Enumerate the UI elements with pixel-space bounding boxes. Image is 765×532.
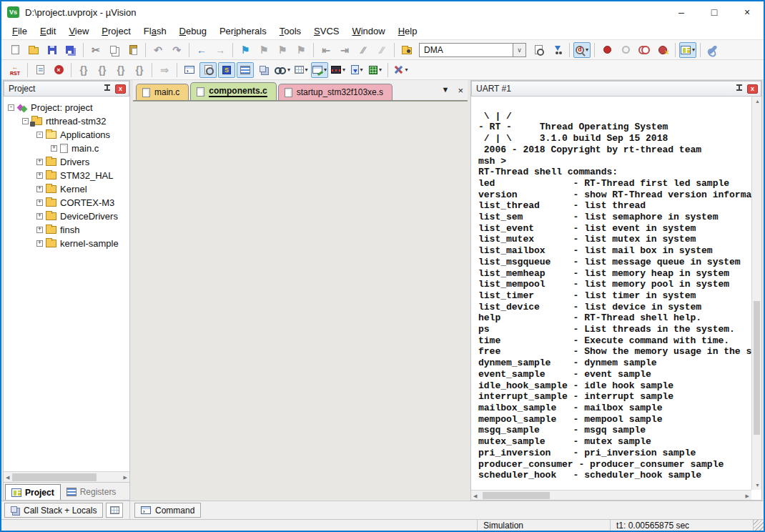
new-file-button[interactable]	[6, 42, 24, 58]
find-in-files-button[interactable]	[398, 42, 415, 58]
tree-item-finsh[interactable]: +finsh	[4, 223, 129, 237]
editor-tab-startup-stm32f103xe-s[interactable]: startup_stm32f103xe.s	[278, 84, 393, 100]
tab-close-icon[interactable]: ×	[458, 85, 463, 96]
expander-icon[interactable]: +	[36, 227, 43, 233]
navigate-forward-button[interactable]: →	[212, 42, 229, 58]
project-hscrollbar[interactable]: ◀ ▶	[4, 471, 129, 482]
scroll-right-icon[interactable]: ▶	[124, 475, 127, 480]
code-editor[interactable]: 146void rt_hw_board_init(void);147int rt…	[133, 100, 468, 102]
memory-window-button[interactable]: ▾	[292, 62, 310, 78]
search-combobox[interactable]: DMA∨	[419, 43, 526, 57]
tree-item-main-c[interactable]: +main.c	[4, 142, 129, 155]
step-over-button[interactable]: {}	[94, 62, 111, 78]
previous-bookmark-button[interactable]: ⚑	[255, 42, 272, 58]
tree-item-cortex-m3[interactable]: +CORTEX-M3	[4, 196, 129, 210]
tree-item-applications[interactable]: -Applications	[4, 128, 129, 142]
tree-item-kernel-sample[interactable]: +kernel-sample	[4, 237, 129, 250]
tab-registers[interactable]: Registers	[61, 484, 122, 500]
show-next-statement-button[interactable]: ⇒	[156, 62, 173, 78]
expander-icon[interactable]: -	[8, 104, 14, 111]
editor-tab-components-c[interactable]: components.c	[190, 82, 276, 100]
expander-icon[interactable]: +	[36, 172, 43, 179]
scroll-thumb[interactable]	[754, 301, 760, 435]
scroll-right-icon[interactable]: ▶	[746, 493, 749, 498]
step-out-button[interactable]: {}	[112, 62, 129, 78]
expander-icon[interactable]: -	[22, 118, 29, 124]
menu-flash[interactable]: Flash	[137, 24, 173, 38]
scroll-thumb[interactable]	[483, 492, 550, 499]
indent-button[interactable]: ⇥	[336, 42, 353, 58]
kill-all-breakpoints-button[interactable]: ×	[654, 42, 671, 58]
watch-window-button[interactable]: ▾	[274, 62, 291, 78]
uncomment-button[interactable]: ∕∕	[373, 42, 390, 58]
expander-icon[interactable]: -	[36, 132, 43, 138]
serial-window-button[interactable]: ▾	[311, 62, 328, 78]
menu-help[interactable]: Help	[392, 24, 424, 38]
start-stop-debug-button[interactable]: d▾	[573, 42, 591, 58]
call-stack-window-button[interactable]	[255, 62, 272, 78]
disable-all-breakpoints-button[interactable]	[636, 42, 653, 58]
expander-icon[interactable]: +	[36, 200, 43, 206]
scroll-thumb[interactable]	[12, 473, 97, 481]
pin-icon[interactable]	[736, 84, 743, 93]
uart-panel-close-icon[interactable]: x	[747, 84, 758, 94]
redo-button[interactable]: ↷	[168, 42, 185, 58]
scroll-down-icon[interactable]: ▼	[755, 483, 760, 488]
save-all-button[interactable]	[62, 42, 79, 58]
configure-target-button[interactable]	[704, 42, 721, 58]
insert-bookmark-button[interactable]: ⚑	[237, 42, 254, 58]
command-window-button[interactable]: ›	[181, 62, 198, 78]
cut-button[interactable]: ✂	[87, 42, 104, 58]
resize-grip[interactable]	[754, 520, 764, 531]
disassembly-window-button[interactable]	[199, 62, 217, 78]
menu-debug[interactable]: Debug	[173, 24, 213, 38]
analysis-window-button[interactable]: ▾	[330, 62, 347, 78]
toolbox-button[interactable]: ▾	[392, 62, 409, 78]
stop-button[interactable]: ×	[50, 62, 67, 78]
close-button[interactable]: ×	[731, 1, 764, 23]
editor-tab-main-c[interactable]: main.c	[136, 84, 189, 100]
expander-icon[interactable]: +	[36, 159, 43, 165]
incremental-find-button[interactable]	[548, 42, 566, 58]
expander-icon[interactable]: +	[51, 145, 57, 152]
scroll-up-icon[interactable]: ▲	[755, 99, 760, 104]
save-button[interactable]	[44, 42, 61, 58]
tree-item-stm32-hal[interactable]: +STM32_HAL	[4, 169, 129, 182]
reset-button[interactable]: ←RST	[6, 62, 24, 78]
tree-item-drivers[interactable]: +Drivers	[4, 155, 129, 169]
copy-button[interactable]	[106, 42, 123, 58]
minimize-button[interactable]: –	[665, 1, 698, 23]
tab-project[interactable]: Project	[5, 484, 61, 500]
uart-hscrollbar[interactable]: ◀ ▶	[471, 490, 751, 500]
uart-output[interactable]: \ | / - RT - Thread Operating System / |…	[471, 97, 751, 490]
show-windows-button[interactable]: ▾	[679, 42, 696, 58]
expander-icon[interactable]: +	[36, 186, 43, 192]
undo-button[interactable]: ↶	[149, 42, 167, 58]
run-to-cursor-button[interactable]: {}	[131, 62, 148, 78]
run-button[interactable]	[31, 62, 49, 78]
menu-window[interactable]: Window	[345, 24, 391, 38]
next-bookmark-button[interactable]: ⚑	[274, 42, 291, 58]
maximize-button[interactable]: □	[698, 1, 731, 23]
command-tab[interactable]: › Command	[134, 503, 201, 518]
uart-vscrollbar[interactable]: ▲ ▼	[751, 97, 761, 490]
find-button[interactable]	[530, 42, 547, 58]
tree-item-devicedrivers[interactable]: +DeviceDrivers	[4, 210, 129, 223]
memory-window-tab[interactable]	[106, 503, 123, 518]
disable-breakpoint-button[interactable]	[617, 42, 634, 58]
pin-icon[interactable]	[104, 84, 111, 93]
editor-hscrollbar[interactable]: ◀ ▶	[134, 100, 457, 101]
paste-button[interactable]	[124, 42, 142, 58]
system-viewer-button[interactable]: ▾	[367, 62, 384, 78]
toggle-breakpoint-button[interactable]	[598, 42, 616, 58]
tree-item-rtthread-stm32[interactable]: -rtthread-stm32	[4, 114, 129, 128]
scroll-left-icon[interactable]: ◀	[473, 493, 477, 498]
tree-item-project-project[interactable]: -Project: project	[4, 101, 129, 114]
call-stack-tab[interactable]: Call Stack + Locals	[4, 503, 103, 518]
combo-dropdown-icon[interactable]: ∨	[513, 43, 526, 57]
unindent-button[interactable]: ⇤	[317, 42, 335, 58]
trace-window-button[interactable]: ▾	[348, 62, 365, 78]
menu-file[interactable]: File	[6, 24, 34, 38]
navigate-back-button[interactable]: ←	[193, 42, 210, 58]
tree-item-kernel[interactable]: +Kernel	[4, 182, 129, 196]
